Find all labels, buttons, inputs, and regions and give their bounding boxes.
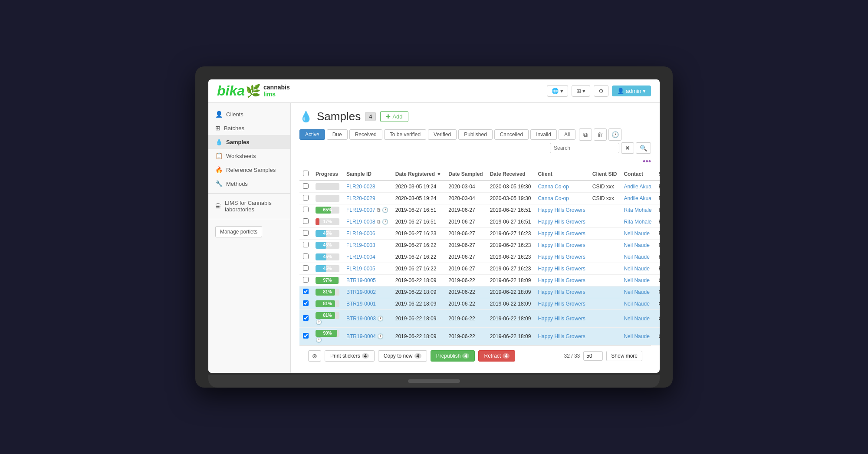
row-checkbox[interactable] bbox=[303, 300, 309, 306]
tab-published[interactable]: Published bbox=[458, 129, 493, 140]
contact-link[interactable]: Neil Naude bbox=[624, 333, 649, 339]
row-checkbox[interactable] bbox=[303, 183, 309, 189]
sidebar-item-clients[interactable]: 👤 Clients bbox=[208, 107, 290, 121]
client-link[interactable]: Happy Hills Growers bbox=[538, 219, 585, 225]
retract-button[interactable]: Retract 4 bbox=[478, 350, 515, 362]
row-checkbox[interactable] bbox=[303, 207, 309, 212]
tab-to-be-verified[interactable]: To be verified bbox=[384, 129, 426, 140]
sidebar-item-batches[interactable]: ⊞ Batches bbox=[208, 121, 290, 135]
row-checkbox[interactable] bbox=[303, 253, 309, 259]
sample-id-link[interactable]: FLR19-0004 bbox=[346, 254, 375, 260]
row-checkbox[interactable] bbox=[303, 333, 309, 339]
row-checkbox[interactable] bbox=[303, 277, 309, 283]
clock-icon: 🕐 bbox=[316, 337, 322, 343]
client-link[interactable]: Happy Hills Growers bbox=[538, 316, 585, 322]
sample-id-link[interactable]: FLR19-0006 bbox=[346, 230, 375, 237]
contact-link[interactable]: Rita Mohale bbox=[624, 219, 651, 225]
row-checkbox[interactable] bbox=[303, 289, 309, 294]
contact-link[interactable]: Neil Naude bbox=[624, 289, 649, 295]
sample-id-link[interactable]: FLR19-0007 bbox=[346, 207, 375, 213]
sample-id-link[interactable]: FLR19-0003 bbox=[346, 242, 375, 248]
delete-icon-button[interactable]: 🗑 bbox=[594, 128, 607, 141]
tab-due[interactable]: Due bbox=[327, 129, 348, 140]
tab-all[interactable]: All bbox=[559, 129, 575, 140]
search-clear-button[interactable]: ✕ bbox=[621, 142, 634, 154]
search-go-button[interactable]: 🔍 bbox=[636, 142, 651, 154]
header-date-registered[interactable]: Date Registered ▼ bbox=[392, 168, 445, 181]
client-link[interactable]: Happy Hills Growers bbox=[538, 301, 585, 307]
prepublish-button[interactable]: Prepublish 4 bbox=[431, 350, 475, 362]
contact-link[interactable]: Rita Mohale bbox=[624, 207, 651, 213]
client-link[interactable]: Happy Hills Growers bbox=[538, 266, 585, 272]
row-checkbox[interactable] bbox=[303, 242, 309, 247]
row-checkbox-cell bbox=[299, 240, 312, 251]
laptop-frame: bika 🌿 cannabis lims 🌐 ▾ ⊞ ▾ ⚙ 👤 admin ▾… bbox=[195, 66, 673, 388]
sidebar-item-methods[interactable]: 🔧 Methods bbox=[208, 177, 290, 191]
sample-id-link[interactable]: FLR19-0008 bbox=[346, 219, 375, 225]
globe-button[interactable]: 🌐 ▾ bbox=[547, 85, 568, 97]
row-checkbox[interactable] bbox=[303, 265, 309, 271]
client-link[interactable]: Happy Hills Growers bbox=[538, 207, 585, 213]
search-input[interactable] bbox=[550, 143, 619, 153]
per-page-input[interactable] bbox=[583, 351, 603, 361]
add-button[interactable]: ✚ Add bbox=[380, 111, 408, 122]
contact-link[interactable]: Neil Naude bbox=[624, 254, 649, 260]
client-link[interactable]: Canna Co-op bbox=[538, 184, 569, 190]
sidebar-item-lims[interactable]: 🏛 LIMS for Cannabis laboratories bbox=[208, 196, 290, 216]
main-layout: 👤 Clients ⊞ Batches 💧 Samples 📋 Workshee… bbox=[208, 103, 660, 373]
client-link[interactable]: Happy Hills Growers bbox=[538, 333, 585, 339]
sample-type-cell: Flower Dry bbox=[655, 251, 660, 263]
client-link[interactable]: Canna Co-op bbox=[538, 195, 569, 201]
contact-link[interactable]: Andile Akua bbox=[624, 184, 651, 190]
row-checkbox[interactable] bbox=[303, 195, 309, 201]
sample-id-link[interactable]: FLR20-0029 bbox=[346, 195, 375, 201]
progress-cell bbox=[312, 181, 343, 193]
contact-link[interactable]: Neil Naude bbox=[624, 242, 649, 248]
sidebar-item-worksheets[interactable]: 📋 Worksheets bbox=[208, 149, 290, 163]
header-checkbox[interactable] bbox=[303, 171, 309, 176]
contact-link[interactable]: Andile Akua bbox=[624, 195, 651, 201]
contact-link[interactable]: Neil Naude bbox=[624, 230, 649, 237]
client-link[interactable]: Happy Hills Growers bbox=[538, 289, 585, 295]
client-link[interactable]: Happy Hills Growers bbox=[538, 242, 585, 248]
admin-button[interactable]: 👤 admin ▾ bbox=[612, 86, 651, 96]
contact-link[interactable]: Neil Naude bbox=[624, 266, 649, 272]
client-link[interactable]: Happy Hills Growers bbox=[538, 277, 585, 283]
tab-received[interactable]: Received bbox=[349, 129, 382, 140]
tab-cancelled[interactable]: Cancelled bbox=[494, 129, 529, 140]
settings-button[interactable]: ⚙ bbox=[594, 85, 608, 97]
tab-active[interactable]: Active bbox=[299, 129, 325, 140]
sample-id-link[interactable]: BTR19-0001 bbox=[346, 301, 376, 307]
sample-id-link[interactable]: FLR19-0005 bbox=[346, 266, 375, 272]
more-options[interactable]: ••• bbox=[299, 157, 651, 166]
deselect-button[interactable]: ⊗ bbox=[308, 350, 321, 362]
clock-icon-button[interactable]: 🕐 bbox=[608, 128, 621, 141]
copy-icon-button[interactable]: ⧉ bbox=[579, 128, 592, 141]
contact-link[interactable]: Neil Naude bbox=[624, 277, 649, 283]
contact-link[interactable]: Neil Naude bbox=[624, 301, 649, 307]
contact-link[interactable]: Neil Naude bbox=[624, 316, 649, 322]
grid-button[interactable]: ⊞ ▾ bbox=[572, 85, 591, 97]
client-cell: Happy Hills Growers bbox=[534, 240, 589, 251]
copy-to-new-button[interactable]: Copy to new 4 bbox=[378, 350, 427, 362]
sidebar-item-reference-samples[interactable]: 🔥 Reference Samples bbox=[208, 163, 290, 177]
tab-invalid[interactable]: Invalid bbox=[530, 129, 557, 140]
sample-id-link[interactable]: BTR19-0004 bbox=[346, 333, 376, 339]
sample-id-link[interactable]: FLR20-0028 bbox=[346, 184, 375, 190]
sample-id-link[interactable]: BTR19-0005 bbox=[346, 277, 376, 283]
row-checkbox[interactable] bbox=[303, 315, 309, 321]
sample-id-link[interactable]: BTR19-0002 bbox=[346, 289, 376, 295]
sidebar-item-samples[interactable]: 💧 Samples bbox=[208, 135, 290, 149]
client-sid-cell bbox=[589, 216, 621, 228]
show-more-button[interactable]: Show more bbox=[606, 351, 642, 361]
client-link[interactable]: Happy Hills Growers bbox=[538, 254, 585, 260]
row-checkbox[interactable] bbox=[303, 230, 309, 236]
progress-cell: 97% bbox=[312, 275, 343, 286]
sample-id-link[interactable]: BTR19-0003 bbox=[346, 316, 376, 322]
client-link[interactable]: Happy Hills Growers bbox=[538, 230, 585, 237]
row-checkbox[interactable] bbox=[303, 218, 309, 224]
manage-portlets-button[interactable]: Manage portlets bbox=[215, 226, 262, 237]
header-checkbox-cell bbox=[299, 168, 312, 181]
tab-verified[interactable]: Verified bbox=[428, 129, 457, 140]
print-stickers-button[interactable]: Print stickers 4 bbox=[325, 350, 375, 362]
